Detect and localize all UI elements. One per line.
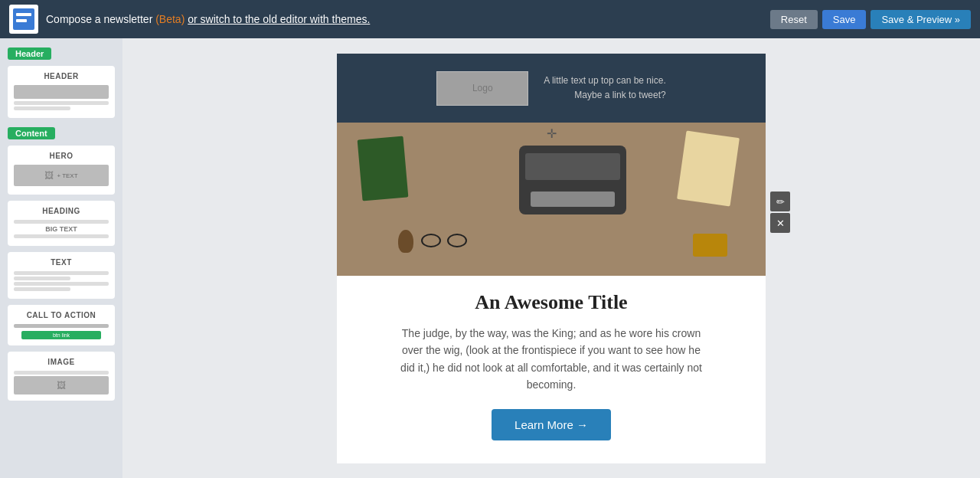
hero-content: An Awesome Title The judge, by the way, … xyxy=(337,276,766,463)
preview-line xyxy=(14,277,70,280)
save-preview-button[interactable]: Save & Preview » xyxy=(871,10,971,29)
img-placeholder-icon: 🖼 xyxy=(57,380,66,391)
sidebar-item-hero[interactable]: HERO 🖼 + TEXT xyxy=(8,146,115,195)
app-logo xyxy=(9,5,38,34)
image-preview: 🖼 xyxy=(14,376,109,395)
beta-label: (Beta) xyxy=(155,13,185,25)
sidebar-item-text[interactable]: TEXT xyxy=(8,252,115,299)
preview-line xyxy=(14,371,109,375)
sidebar-heading-label: HEADING xyxy=(14,207,109,215)
hero-scene xyxy=(337,123,766,276)
edit-block-button[interactable]: ✏ xyxy=(770,192,790,211)
topbar-title: Compose a newsletter (Beta) or switch to… xyxy=(46,13,763,25)
wallet xyxy=(693,234,727,257)
book-left xyxy=(358,136,409,201)
big-text-preview: BIG TEXT xyxy=(14,225,109,233)
email-hero-block: An Awesome Title The judge, by the way, … xyxy=(337,123,766,463)
header-text-line1: A little text up top can be nice. xyxy=(544,74,665,88)
preview-line xyxy=(14,271,109,275)
reset-button[interactable]: Reset xyxy=(770,10,818,29)
move-handle[interactable]: ✛ xyxy=(547,126,557,141)
email-header-block: Logo A little text up top can be nice. M… xyxy=(337,54,766,123)
sidebar-item-image[interactable]: IMAGE 🖼 xyxy=(8,352,115,401)
header-badge: Header xyxy=(8,47,51,60)
sidebar-item-header[interactable]: HEADER xyxy=(8,66,115,118)
canvas-area: Logo A little text up top can be nice. M… xyxy=(122,38,980,478)
hero-title: An Awesome Title xyxy=(368,291,735,314)
learn-more-button[interactable]: Learn More → xyxy=(492,409,611,440)
old-editor-link[interactable]: or switch to the old editor with themes. xyxy=(188,13,370,25)
sidebar-item-heading[interactable]: HEADING BIG TEXT xyxy=(8,201,115,246)
hero-image xyxy=(337,123,766,276)
block-toolbar: ✏ ✕ xyxy=(770,192,790,233)
content-badge: Content xyxy=(8,127,55,139)
sidebar-image-label: IMAGE xyxy=(14,358,109,366)
sidebar: Header HEADER Content HERO 🖼 + TEXT HEAD… xyxy=(0,38,122,478)
main-layout: Header HEADER Content HERO 🖼 + TEXT HEAD… xyxy=(0,38,980,478)
compose-label: Compose a newsletter xyxy=(46,13,152,25)
book-right xyxy=(677,131,740,207)
typewriter xyxy=(519,146,626,214)
topbar-buttons: Reset Save Save & Preview » xyxy=(770,10,971,29)
plus-text: + TEXT xyxy=(57,172,77,179)
save-button[interactable]: Save xyxy=(822,10,867,29)
preview-line xyxy=(14,101,109,105)
preview-line xyxy=(14,234,109,238)
image-icon: 🖼 xyxy=(44,170,54,181)
sidebar-hero-label: HERO xyxy=(14,152,109,160)
preview-line xyxy=(14,220,109,224)
sidebar-item-cta[interactable]: CALL TO ACTION btn link xyxy=(8,305,115,345)
preview-line xyxy=(14,282,109,286)
delete-block-button[interactable]: ✕ xyxy=(770,213,790,233)
email-canvas: Logo A little text up top can be nice. M… xyxy=(337,54,766,463)
sidebar-cta-label: CALL TO ACTION xyxy=(14,311,109,319)
pinecone xyxy=(398,230,413,253)
header-preview xyxy=(14,85,109,99)
cta-btn-preview: btn link xyxy=(21,331,101,339)
email-header-right: A little text up top can be nice. Maybe … xyxy=(544,74,665,103)
cta-bar xyxy=(14,324,109,328)
email-logo-box[interactable]: Logo xyxy=(436,71,528,106)
glasses xyxy=(421,234,467,245)
hero-preview: 🖼 + TEXT xyxy=(14,165,109,186)
sidebar-text-label: TEXT xyxy=(14,258,109,267)
logo-icon xyxy=(13,8,34,30)
sidebar-header-label: HEADER xyxy=(14,72,109,80)
header-text-line2: Maybe a link to tweet? xyxy=(544,88,665,103)
email-logo-text: Logo xyxy=(472,83,493,93)
preview-line xyxy=(14,106,70,110)
hero-body: The judge, by the way, was the King; and… xyxy=(398,325,704,394)
topbar: Compose a newsletter (Beta) or switch to… xyxy=(0,0,980,38)
preview-line xyxy=(14,287,70,291)
